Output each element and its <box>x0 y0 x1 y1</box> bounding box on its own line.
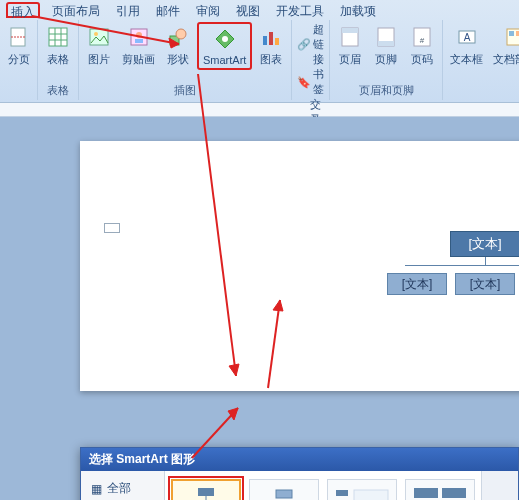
svg-rect-7 <box>90 29 108 45</box>
svg-rect-49 <box>442 488 466 498</box>
tab-addins[interactable]: 加载项 <box>336 2 380 18</box>
footer-button[interactable]: 页脚 <box>369 22 403 69</box>
table-button[interactable]: 表格 <box>41 22 75 69</box>
svg-rect-11 <box>135 39 143 43</box>
org-chart-thumb-icon <box>176 484 236 500</box>
chart-label: 图表 <box>260 52 282 67</box>
shapes-icon <box>165 24 191 50</box>
chart-icon <box>258 24 284 50</box>
wordart-label: 文档部件 <box>493 52 519 67</box>
group-tables-label: 表格 <box>41 82 75 100</box>
group-header-footer: 页眉 页脚 # 页码 页眉和页脚 <box>330 20 443 100</box>
thumbnail-pane: 组织结构图 ↖ <box>165 471 481 500</box>
smartart-node-text: [文本] <box>468 235 501 253</box>
header-icon <box>337 24 363 50</box>
picture-button[interactable]: 图片 <box>82 22 116 69</box>
bookmark-label: 书签 <box>313 67 324 97</box>
smartart-node-text: [文本] <box>402 276 433 293</box>
ribbon-tabs: 插入 页面布局 引用 邮件 审阅 视图 开发工具 加载项 <box>0 0 519 18</box>
bookmark-button[interactable]: 🔖书签 <box>295 67 326 97</box>
svg-rect-22 <box>378 41 394 46</box>
svg-rect-18 <box>275 38 279 45</box>
document-page[interactable]: [文本] [文本] [文本] [文本] <box>80 141 519 391</box>
layout-thumb[interactable] <box>405 479 475 500</box>
svg-point-8 <box>94 32 98 36</box>
dialog-title: 选择 SmartArt 图形 <box>81 448 518 471</box>
svg-rect-28 <box>509 31 514 36</box>
page-break-mark <box>104 223 120 233</box>
svg-rect-48 <box>414 488 438 498</box>
group-pages-label <box>3 85 34 100</box>
smartart-connector <box>370 257 519 273</box>
tab-review[interactable]: 审阅 <box>192 2 224 18</box>
ruler <box>0 103 519 117</box>
smartart-icon <box>212 26 238 52</box>
pagenum-button[interactable]: # 页码 <box>405 22 439 69</box>
table-label: 表格 <box>47 52 69 67</box>
document-area: [文本] [文本] [文本] [文本] 选择 SmartArt 图形 ▦全部 ☰… <box>0 117 519 500</box>
shapes-label: 形状 <box>167 52 189 67</box>
header-label: 页眉 <box>339 52 361 67</box>
layout-thumb[interactable] <box>327 479 397 500</box>
tab-mailings[interactable]: 邮件 <box>152 2 184 18</box>
clipart-label: 剪贴画 <box>122 52 155 67</box>
shapes-button[interactable]: 形状 <box>161 22 195 69</box>
hyperlink-button[interactable]: 🔗超链接 <box>295 22 326 67</box>
hyperlink-label: 超链接 <box>313 22 324 67</box>
tab-insert[interactable]: 插入 <box>6 2 40 18</box>
layout-thumb-org-chart[interactable]: 组织结构图 ↖ <box>171 479 241 500</box>
textbox-label: 文本框 <box>450 52 483 67</box>
smartart-node-child[interactable]: [文本] <box>455 273 515 295</box>
smartart-node-child[interactable]: [文本] <box>387 273 447 295</box>
clipart-button[interactable]: 剪贴画 <box>118 22 159 69</box>
wordart-button[interactable]: 文档部件 <box>489 22 519 69</box>
page-break-button[interactable]: 分页 <box>3 22 34 69</box>
svg-rect-47 <box>354 490 388 500</box>
svg-text:#: # <box>420 36 425 45</box>
tab-developer[interactable]: 开发工具 <box>272 2 328 18</box>
group-text: A 文本框 文档部件 <box>443 20 519 100</box>
svg-point-10 <box>136 32 142 38</box>
ribbon-groups: 分页 表格 表格 图片 剪贴画 <box>0 18 519 100</box>
table-icon <box>45 24 71 50</box>
svg-rect-44 <box>336 490 348 496</box>
hyperlink-icon: 🔗 <box>297 38 311 52</box>
pagenum-label: 页码 <box>411 52 433 67</box>
quickparts-icon <box>502 24 519 50</box>
smartart-placeholder[interactable]: [文本] [文本] [文本] [文本] <box>370 231 519 295</box>
category-all-icon: ▦ <box>89 482 103 496</box>
header-button[interactable]: 页眉 <box>333 22 367 69</box>
footer-icon <box>373 24 399 50</box>
svg-rect-30 <box>198 488 214 496</box>
smartart-dialog: 选择 SmartArt 图形 ▦全部 ☰列表 ➤流程 ⟳循环 ⬍层次结构 ⚭关系 <box>80 447 519 500</box>
smartart-node-text: [文本] <box>470 276 501 293</box>
category-all[interactable]: ▦全部 <box>85 477 160 500</box>
dialog-preview-pane <box>481 471 518 500</box>
svg-rect-40 <box>276 490 292 498</box>
clipart-icon <box>126 24 152 50</box>
layout-thumb[interactable] <box>249 479 319 500</box>
tab-references[interactable]: 引用 <box>112 2 144 18</box>
svg-rect-20 <box>342 28 358 33</box>
svg-rect-2 <box>49 28 67 46</box>
svg-rect-16 <box>263 36 267 45</box>
svg-rect-17 <box>269 32 273 45</box>
chart-button[interactable]: 图表 <box>254 22 288 69</box>
svg-point-15 <box>222 36 228 42</box>
picture-icon <box>86 24 112 50</box>
group-text-label <box>446 85 519 100</box>
group-links: 🔗超链接 🔖书签 ↔交叉引用 链接 <box>292 20 330 100</box>
page-break-label: 分页 <box>8 52 30 67</box>
tab-view[interactable]: 视图 <box>232 2 264 18</box>
smartart-label: SmartArt <box>203 54 246 66</box>
textbox-button[interactable]: A 文本框 <box>446 22 487 69</box>
tab-page-layout[interactable]: 页面布局 <box>48 2 104 18</box>
footer-label: 页脚 <box>375 52 397 67</box>
dialog-body: ▦全部 ☰列表 ➤流程 ⟳循环 ⬍层次结构 ⚭关系 <box>81 471 518 500</box>
bookmark-icon: 🔖 <box>297 75 311 89</box>
smartart-node-top[interactable]: [文本] <box>450 231 519 257</box>
page-break-icon <box>6 24 32 50</box>
picture-label: 图片 <box>88 52 110 67</box>
smartart-button[interactable]: SmartArt <box>197 22 252 70</box>
category-list: ▦全部 ☰列表 ➤流程 ⟳循环 ⬍层次结构 ⚭关系 <box>81 471 165 500</box>
